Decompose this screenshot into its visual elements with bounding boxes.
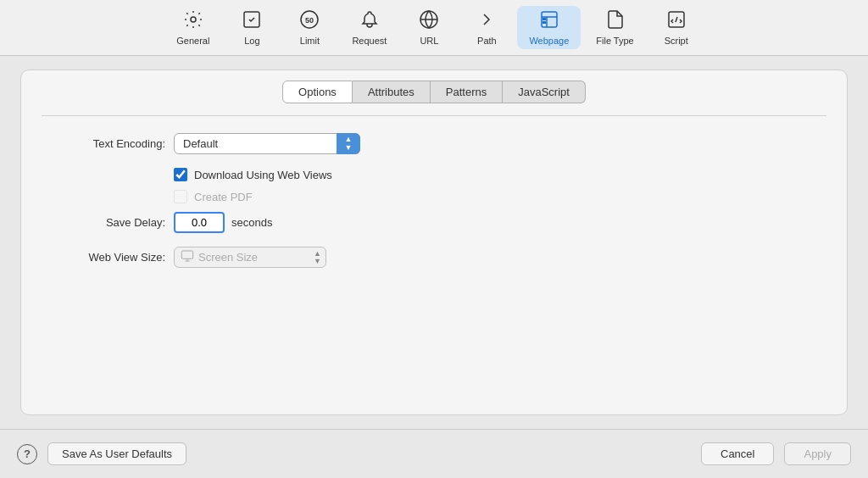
toolbar-item-webpage-label: Webpage [529, 36, 569, 46]
tab-patterns[interactable]: Patterns [431, 81, 503, 103]
toolbar-item-limit-label: Limit [300, 36, 320, 46]
script-icon [666, 9, 687, 32]
text-encoding-select[interactable]: Default UTF-8 UTF-16 ISO-8859-1 Windows-… [174, 133, 360, 154]
save-delay-row: Save Delay: seconds [55, 212, 813, 233]
toolbar-item-log-label: Log [244, 36, 259, 46]
cancel-button[interactable]: Cancel [701, 442, 774, 465]
toolbar: General Log 50 Limit Request [0, 0, 868, 56]
gear-icon [183, 9, 203, 32]
toolbar-item-request[interactable]: Request [340, 6, 398, 49]
log-icon [242, 9, 262, 32]
text-encoding-row: Text Encoding: Default UTF-8 UTF-16 ISO-… [55, 133, 813, 154]
main-content: Options Attributes Patterns JavaScript T… [0, 56, 868, 429]
download-webviews-label[interactable]: Download Using Web Views [194, 169, 332, 181]
toolbar-item-general-label: General [176, 36, 209, 46]
toolbar-item-script-label: Script [665, 36, 688, 46]
svg-point-0 [191, 17, 196, 22]
bell-icon [359, 9, 380, 32]
toolbar-item-path[interactable]: Path [459, 6, 514, 49]
save-delay-unit: seconds [231, 216, 272, 229]
toolbar-item-path-label: Path [477, 36, 497, 46]
svg-rect-6 [542, 21, 546, 24]
apply-button: Apply [784, 442, 851, 465]
create-pdf-label: Create PDF [194, 191, 253, 203]
svg-rect-5 [542, 18, 546, 20]
webpage-icon [539, 9, 559, 32]
toolbar-item-filetype-label: File Type [596, 36, 633, 46]
web-view-size-select[interactable]: Screen Size Custom [174, 247, 326, 268]
web-view-size-label: Web View Size: [55, 251, 165, 264]
toolbar-item-script[interactable]: Script [649, 6, 704, 49]
limit-icon: 50 [299, 9, 320, 32]
save-delay-label: Save Delay: [55, 216, 165, 229]
download-webviews-checkbox[interactable] [174, 168, 187, 181]
save-delay-input[interactable] [174, 212, 225, 233]
svg-text:50: 50 [305, 16, 314, 25]
bottom-bar: ? Save As User Defaults Cancel Apply [0, 429, 868, 478]
toolbar-item-url-label: URL [420, 36, 438, 46]
settings-panel: Options Attributes Patterns JavaScript T… [20, 69, 848, 415]
text-encoding-select-container: Default UTF-8 UTF-16 ISO-8859-1 Windows-… [174, 133, 360, 154]
toolbar-item-request-label: Request [352, 36, 387, 46]
tab-attributes[interactable]: Attributes [353, 81, 431, 103]
toolbar-item-log[interactable]: Log [225, 6, 279, 49]
globe-icon [419, 9, 439, 32]
tab-options[interactable]: Options [282, 81, 353, 103]
toolbar-item-webpage[interactable]: Webpage [517, 6, 581, 49]
toolbar-item-general[interactable]: General [164, 6, 221, 49]
path-icon [476, 9, 497, 32]
create-pdf-row: Create PDF [174, 190, 813, 203]
subtabs: Options Attributes Patterns JavaScript [21, 70, 847, 103]
download-webviews-row: Download Using Web Views [174, 168, 813, 181]
create-pdf-checkbox[interactable] [174, 190, 187, 203]
help-button[interactable]: ? [17, 444, 37, 464]
text-encoding-label: Text Encoding: [55, 137, 165, 150]
toolbar-item-filetype[interactable]: File Type [584, 6, 645, 49]
web-view-size-row: Web View Size: Screen Size Custom ▲ [55, 247, 813, 268]
tab-javascript[interactable]: JavaScript [503, 81, 586, 103]
form-area: Text Encoding: Default UTF-8 UTF-16 ISO-… [21, 116, 847, 414]
filetype-icon [605, 9, 626, 32]
web-view-size-select-container: Screen Size Custom ▲ ▼ [174, 247, 326, 268]
toolbar-item-limit[interactable]: 50 Limit [282, 6, 337, 49]
toolbar-item-url[interactable]: URL [402, 6, 456, 49]
save-defaults-button[interactable]: Save As User Defaults [47, 442, 186, 465]
